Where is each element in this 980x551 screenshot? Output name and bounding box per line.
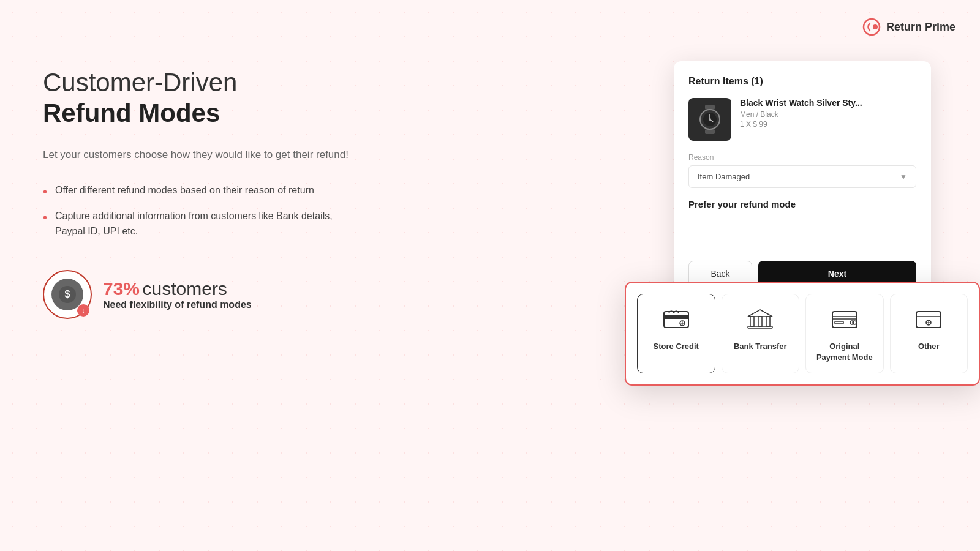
heading-bold: Refund Modes (43, 98, 361, 129)
product-price: 1 X $ 99 (740, 120, 916, 129)
watch-svg (693, 102, 727, 137)
other-icon (914, 304, 943, 334)
svg-rect-12 (664, 315, 688, 319)
svg-rect-17 (750, 317, 754, 326)
store-credit-icon (662, 304, 691, 334)
logo-text: Return Prime (886, 21, 956, 34)
reason-label: Reason (688, 153, 916, 162)
reason-dropdown[interactable]: Item Damaged ▼ (688, 165, 916, 188)
heading-light: Customer-Driven (43, 67, 361, 98)
mode-bank-transfer[interactable]: Bank Transfer (722, 294, 800, 373)
description: Let your customers choose how they would… (43, 146, 361, 163)
stats-sublabel: Need flexibility of refund modes (103, 299, 252, 310)
svg-rect-20 (748, 326, 772, 328)
dropdown-arrow-icon: ▼ (900, 173, 907, 181)
svg-marker-16 (748, 310, 772, 317)
svg-rect-4 (705, 105, 715, 110)
svg-rect-24 (835, 321, 843, 324)
other-label: Other (918, 341, 940, 352)
stats-icon-circle: $ ↓ (43, 270, 92, 319)
original-payment-label: Original Payment Mode (812, 341, 877, 363)
svg-rect-5 (705, 129, 715, 134)
mode-original-payment[interactable]: Original Payment Mode (805, 294, 884, 373)
svg-point-10 (709, 118, 711, 121)
stats-customers: customers (143, 279, 227, 299)
svg-text:$: $ (65, 289, 70, 299)
stats-arrow: ↓ (77, 304, 89, 317)
card-title: Return Items (1) (688, 76, 916, 87)
reason-value: Item Damaged (698, 172, 750, 181)
svg-point-1 (873, 24, 878, 29)
svg-rect-11 (664, 312, 688, 328)
original-payment-icon (830, 304, 859, 334)
bank-transfer-label: Bank Transfer (734, 341, 787, 352)
svg-rect-19 (766, 317, 770, 326)
svg-rect-21 (832, 312, 857, 328)
stats-text-area: 73% customers Need flexibility of refund… (103, 279, 252, 310)
bank-transfer-icon (745, 304, 775, 334)
left-content: Customer-Driven Refund Modes Let your cu… (43, 67, 361, 319)
product-row: Black Wrist Watch Silver Sty... Men / Bl… (688, 98, 916, 141)
logo-area: Return Prime (862, 17, 956, 37)
bullet-item-1: Offer different refund modes based on th… (43, 182, 361, 198)
product-info: Black Wrist Watch Silver Sty... Men / Bl… (740, 98, 916, 129)
return-card: Return Items (1) Black Wrist Watch Silve… (674, 61, 931, 301)
bullet-item-2: Capture additional information from cust… (43, 208, 361, 239)
bullet-list: Offer different refund modes based on th… (43, 182, 361, 239)
product-name: Black Wrist Watch Silver Sty... (740, 98, 916, 108)
store-credit-label: Store Credit (654, 341, 699, 352)
dollar-icon: $ (58, 285, 77, 304)
logo-icon (862, 17, 881, 37)
product-image (688, 98, 731, 141)
prefer-label: Prefer your refund mode (688, 199, 916, 209)
svg-point-26 (853, 321, 856, 324)
refund-modes-card: Store Credit Bank Transfer (625, 282, 980, 386)
stats-percent: 73% (103, 279, 140, 299)
mode-other[interactable]: Other (890, 294, 968, 373)
card-bottom-spacer (688, 209, 916, 246)
svg-rect-18 (758, 317, 762, 326)
product-variant: Men / Black (740, 110, 916, 119)
stats-area: $ ↓ 73% customers Need flexibility of re… (43, 270, 361, 319)
right-area: Return Items (1) Black Wrist Watch Silve… (674, 61, 931, 301)
mode-store-credit[interactable]: Store Credit (637, 294, 715, 373)
